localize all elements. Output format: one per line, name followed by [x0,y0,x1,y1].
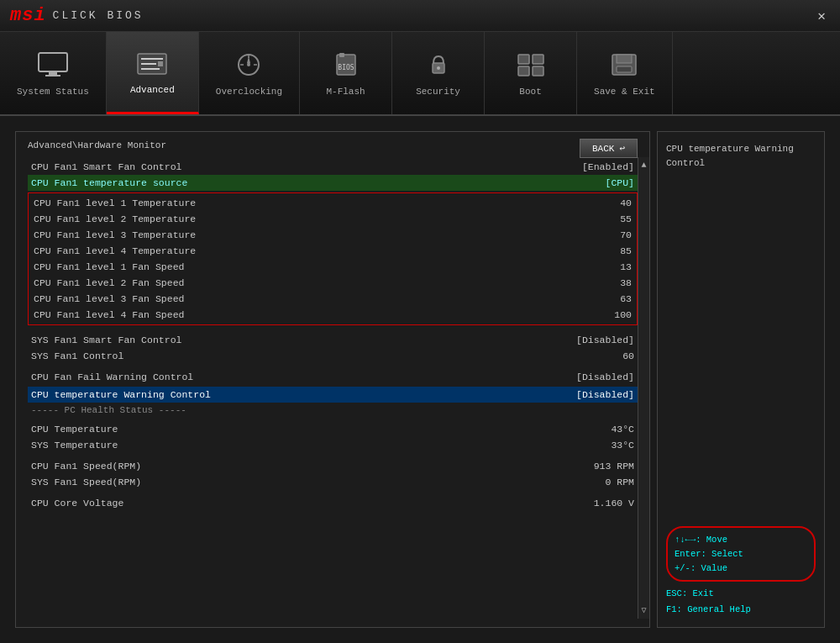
nav-label-overclocking: Overclocking [216,87,282,97]
monitor-icon [36,50,70,80]
row-value: [Disabled] [576,372,634,382]
svg-rect-18 [518,55,529,64]
list-item: SYS Temperature 33°C [28,437,638,453]
row-value: 60 [622,350,634,361]
row-value: 13 [620,261,632,272]
list-item[interactable]: CPU Fan1 temperature source [CPU] [28,175,638,191]
row-label: CPU Fan1 level 2 Temperature [34,213,196,224]
help-text: CPU temperature Warning Control [666,142,816,170]
row-value: 100 [614,309,632,320]
row-label: CPU Fan1 level 1 Fan Speed [34,261,184,272]
scroll-up-icon[interactable]: ▲ [641,161,646,170]
list-item[interactable]: CPU Fan1 level 4 Fan Speed 100 [30,307,635,323]
key-f1: F1: General Help [666,603,816,617]
sidebar-item-system-status[interactable]: System Status [0,32,107,114]
svg-rect-7 [158,61,163,66]
svg-rect-0 [39,53,67,71]
svg-rect-23 [617,55,632,63]
advanced-icon [135,49,169,78]
list-item[interactable]: CPU Fan Fail Warning Control [Disabled] [28,369,638,385]
list-item[interactable]: CPU Fan1 Smart Fan Control [Enabled] [28,159,638,175]
list-item[interactable]: CPU Fan1 level 3 Temperature 70 [30,227,635,243]
back-arrow-icon: ↩ [619,143,625,154]
svg-point-9 [247,63,250,66]
close-button[interactable]: ✕ [813,8,830,24]
row-label: SYS Fan1 Smart Fan Control [31,335,181,345]
row-label: CPU Fan1 level 1 Temperature [34,198,196,208]
row-value: [Enabled] [582,161,634,172]
titlebar: msi CLICK BIOS ✕ [0,0,840,32]
row-label: CPU Fan1 level 2 Fan Speed [34,277,184,288]
row-value: 55 [620,213,632,224]
list-item: CPU Fan1 Speed(RPM) 913 RPM [28,458,638,474]
row-value: 1.160 V [594,498,634,509]
list-item[interactable]: CPU Fan1 level 3 Fan Speed 63 [30,291,635,307]
row-label: CPU Fan1 level 3 Temperature [34,229,196,240]
back-label: BACK [592,144,614,154]
sidebar-item-save-exit[interactable]: Save & Exit [577,32,673,114]
svg-rect-20 [518,66,529,76]
row-value: 63 [620,293,632,304]
sidebar-item-security[interactable]: Security [392,32,485,114]
row-label: SYS Fan1 Control [31,350,123,361]
list-item[interactable]: SYS Fan1 Control 60 [28,348,638,364]
list-item[interactable]: CPU Fan1 level 1 Temperature 40 [30,195,635,211]
sidebar-item-overclocking[interactable]: Overclocking [199,32,300,114]
key-legend-box: ↑↓←→: Move Enter: Select +/-: Value [666,526,816,582]
row-label: CPU Fan1 Smart Fan Control [31,161,181,172]
overclocking-icon [232,50,265,80]
row-value: 38 [620,277,632,288]
svg-text:BIOS: BIOS [338,64,354,71]
row-value: 40 [620,198,632,208]
row-label: CPU Fan1 level 4 Fan Speed [34,309,184,320]
row-value: 0 RPM [605,477,634,488]
list-item: CPU Core Voltage 1.160 V [28,495,638,511]
nav-label-system-status: System Status [17,87,89,97]
breadcrumb: Advanced\Hardware Monitor [16,132,649,155]
row-label: CPU Fan1 level 3 Fan Speed [34,293,184,304]
row-value: [Disabled] [576,335,634,345]
row-label: CPU Temperature [31,424,118,435]
mflash-icon: BIOS [329,50,363,80]
nav-label-security: Security [416,87,460,97]
row-label: CPU Fan1 Speed(RPM) [31,461,141,472]
svg-rect-2 [45,75,60,76]
list-item[interactable]: CPU Fan1 level 1 Fan Speed 13 [30,259,635,275]
row-value: [Disabled] [576,389,634,400]
key-esc: ESC: Exit [666,587,816,601]
nav-label-mflash: M-Flash [326,87,365,97]
content-list[interactable]: CPU Fan1 Smart Fan Control [Enabled] CPU… [16,155,649,620]
key-enter: Enter: Select [675,547,807,561]
row-label: SYS Temperature [31,440,118,451]
msi-logo: msi [10,5,46,26]
svg-rect-1 [49,71,57,75]
nav-label-save-exit: Save & Exit [594,87,655,97]
row-value: 33°C [611,440,634,451]
list-item: CPU Temperature 43°C [28,421,638,437]
svg-point-17 [437,66,440,70]
svg-rect-21 [533,66,543,76]
save-exit-icon [607,50,641,80]
row-label: SYS Fan1 Speed(RPM) [31,477,141,488]
row-value: 85 [620,245,632,256]
row-value: 43°C [611,424,634,435]
list-item[interactable]: CPU Fan1 level 2 Temperature 55 [30,211,635,227]
row-label: CPU Core Voltage [31,498,123,509]
back-button[interactable]: BACK ↩ [580,139,638,158]
grouped-section: CPU Fan1 level 1 Temperature 40 CPU Fan1… [28,192,638,325]
list-item[interactable]: CPU Fan1 level 2 Fan Speed 38 [30,275,635,291]
sidebar-item-mflash[interactable]: BIOS M-Flash [300,32,392,114]
sidebar-item-boot[interactable]: Boot [485,32,577,114]
boot-icon [514,50,548,80]
key-legend: ↑↓←→: Move Enter: Select +/-: Value ESC:… [666,526,816,617]
sidebar-item-advanced[interactable]: Advanced [107,32,199,114]
nav-label-advanced: Advanced [130,85,175,95]
navbar: System Status Advanced [0,32,840,116]
list-item-selected[interactable]: CPU temperature Warning Control [Disable… [28,387,638,403]
right-panel: CPU temperature Warning Control ↑↓←→: Mo… [657,131,825,628]
list-item[interactable]: SYS Fan1 Smart Fan Control [Disabled] [28,332,638,348]
main-area: Advanced\Hardware Monitor BACK ↩ CPU Fan… [0,116,840,643]
scroll-down-icon[interactable]: ▽ [641,605,646,615]
list-item[interactable]: CPU Fan1 level 4 Temperature 85 [30,243,635,259]
row-label: CPU Fan Fail Warning Control [31,372,193,382]
